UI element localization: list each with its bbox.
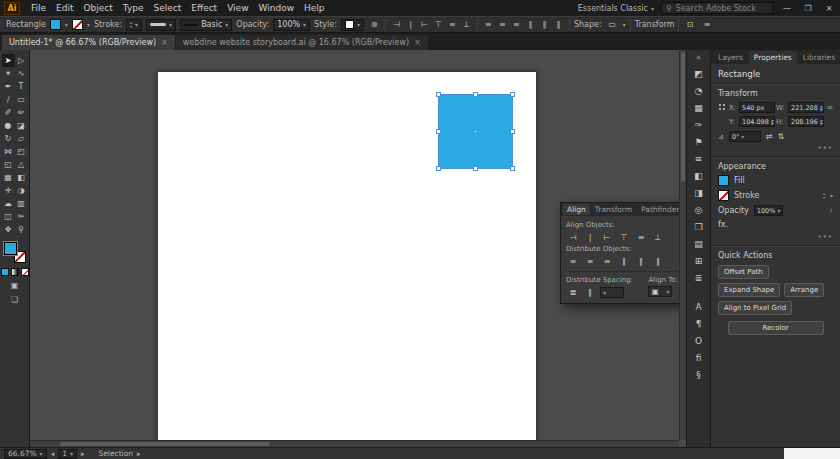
constrain-proportions-icon[interactable]: ∞	[825, 103, 834, 112]
color-guide-panel-icon[interactable]: ◔	[690, 82, 708, 99]
fill-swatch[interactable]	[50, 19, 61, 30]
artboard-tool[interactable]: ◫	[2, 210, 15, 223]
align-bottom-icon[interactable]: ⊥	[460, 20, 473, 29]
menu-item[interactable]: Edit	[51, 2, 78, 14]
rotation-field[interactable]: 0° ▾	[729, 131, 761, 142]
panel-tab[interactable]: Libraries	[798, 51, 840, 64]
blend-tool[interactable]: ◑	[15, 184, 28, 197]
line-segment-tool[interactable]: ∕	[2, 93, 15, 106]
distribute-top-icon[interactable]: ≡	[482, 20, 495, 29]
align-vertical-center-icon[interactable]: ≡	[634, 231, 648, 243]
symbol-sprayer-tool[interactable]: ☁	[2, 197, 15, 210]
type-tool[interactable]: T	[15, 80, 28, 93]
selection-handle-e[interactable]	[510, 129, 515, 134]
perspective-grid-tool[interactable]: △	[15, 158, 28, 171]
menu-item[interactable]: Window	[254, 2, 300, 14]
menu-item[interactable]: Object	[79, 2, 118, 14]
options-arrow-icon[interactable]: ›	[830, 206, 833, 215]
selection-handle-n[interactable]	[473, 92, 478, 97]
column-graph-tool[interactable]: ▥	[15, 197, 28, 210]
transform-link[interactable]: Transform	[635, 20, 675, 29]
screen-mode-button[interactable]: ❏	[11, 295, 18, 304]
selection-handle-ne[interactable]	[510, 92, 515, 97]
stepper-icon[interactable]: ▴▾	[130, 21, 132, 29]
distribute-right-icon[interactable]: ∥	[651, 255, 665, 267]
distribute-horizontal-center-icon[interactable]: ∥	[538, 20, 551, 29]
brushes-panel-icon[interactable]: ✑	[690, 116, 708, 133]
distribute-top-icon[interactable]: ≡	[566, 255, 580, 267]
fx-button[interactable]: fx.	[718, 220, 728, 229]
close-tab-icon[interactable]: ×	[414, 38, 421, 47]
reference-point-selector[interactable]	[718, 103, 727, 112]
pencil-tool[interactable]: ✏	[15, 106, 28, 119]
scale-tool[interactable]: ▱	[15, 132, 28, 145]
menu-item[interactable]: File	[26, 2, 51, 14]
shape-widget-icon[interactable]: ▭	[606, 20, 619, 29]
expand-shape-button[interactable]: Expand Shape	[718, 283, 780, 297]
horizontal-scrollbar[interactable]	[30, 440, 679, 447]
distribute-bottom-icon[interactable]: ≡	[600, 255, 614, 267]
rotate-tool[interactable]: ↻	[2, 132, 15, 145]
opacity-field[interactable]: 100% ▾	[273, 19, 310, 31]
expand-panels-icon[interactable]: «	[696, 53, 701, 62]
glyphs-panel-icon[interactable]: ﬁ	[690, 349, 708, 366]
selection-center-point[interactable]	[474, 130, 477, 133]
next-artboard-icon[interactable]: ▸	[81, 450, 85, 458]
flip-vertical-icon[interactable]: ⇅	[778, 132, 785, 141]
fill-swatch[interactable]	[718, 175, 729, 186]
close-tab-icon[interactable]: ×	[161, 38, 168, 47]
menu-item[interactable]: Type	[118, 2, 149, 14]
gradient-panel-icon[interactable]: ◧	[690, 167, 708, 184]
w-field[interactable]: 221.208 px	[788, 102, 824, 113]
illustrator-logo[interactable]: Ai	[4, 2, 20, 15]
color-mode-button[interactable]	[1, 268, 9, 276]
artboard[interactable]	[158, 72, 536, 447]
lasso-tool[interactable]: ∿	[15, 67, 28, 80]
transparency-panel-icon[interactable]: ◨	[690, 184, 708, 201]
align-horizontal-center-icon[interactable]: ∣	[583, 231, 597, 243]
restore-button[interactable]: ❐	[801, 4, 815, 13]
pen-tool[interactable]: ✒	[2, 80, 15, 93]
align-top-icon[interactable]: ⊤	[617, 231, 631, 243]
libraries-panel-icon[interactable]: ≣	[690, 269, 708, 286]
opacity-field[interactable]: 100% ▾	[754, 205, 784, 216]
menu-item[interactable]: Effect	[186, 2, 222, 14]
free-transform-tool[interactable]: ◰	[15, 145, 28, 158]
blob-brush-tool[interactable]: ●	[2, 119, 15, 132]
align-bottom-icon[interactable]: ⊥	[651, 231, 665, 243]
mesh-tool[interactable]: ▦	[2, 171, 15, 184]
character-styles-panel-icon[interactable]: §	[690, 366, 708, 383]
distribute-right-icon[interactable]: ∥	[552, 20, 565, 29]
fill-color-indicator[interactable]	[4, 242, 17, 255]
distribute-vertical-center-icon[interactable]: ≡	[496, 20, 509, 29]
more-options-icon[interactable]: •••	[718, 144, 833, 152]
eyedropper-tool[interactable]: ✛	[2, 184, 15, 197]
stroke-swatch[interactable]	[72, 19, 83, 30]
none-mode-button[interactable]	[21, 268, 29, 276]
zoom-tool[interactable]: ⚲	[15, 223, 28, 236]
stroke-swatch[interactable]	[718, 190, 729, 201]
align-horizontal-center-icon[interactable]: ∣	[404, 20, 417, 29]
selection-handle-w[interactable]	[436, 129, 441, 134]
layers-panel-icon[interactable]: ▤	[690, 235, 708, 252]
panel-tab[interactable]: Align	[563, 204, 590, 215]
selection-handle-nw[interactable]	[436, 92, 441, 97]
panel-tab[interactable]: Properties	[749, 51, 797, 64]
menu-item[interactable]: View	[222, 2, 253, 14]
vertical-scrollbar-thumb[interactable]	[681, 52, 685, 182]
distribute-horizontal-center-icon[interactable]: ∥	[634, 255, 648, 267]
selected-rectangle[interactable]	[439, 95, 512, 168]
character-panel-icon[interactable]: A	[690, 298, 708, 315]
distribute-vertical-center-icon[interactable]: ≡	[583, 255, 597, 267]
vertical-scrollbar[interactable]	[679, 50, 686, 440]
distribute-bottom-icon[interactable]: ≡	[510, 20, 523, 29]
selection-handle-se[interactable]	[510, 166, 515, 171]
distribute-left-icon[interactable]: ∥	[524, 20, 537, 29]
shape-builder-tool[interactable]: ◱	[2, 158, 15, 171]
panel-tab[interactable]: Transform	[591, 204, 636, 215]
isolate-mode-icon[interactable]: ⊡	[683, 20, 696, 29]
paragraph-panel-icon[interactable]: ¶	[690, 315, 708, 332]
x-field[interactable]: 540 px	[739, 102, 775, 113]
graphic-styles-panel-icon[interactable]: ❒	[690, 218, 708, 235]
stroke-panel-icon[interactable]: ≡	[690, 150, 708, 167]
